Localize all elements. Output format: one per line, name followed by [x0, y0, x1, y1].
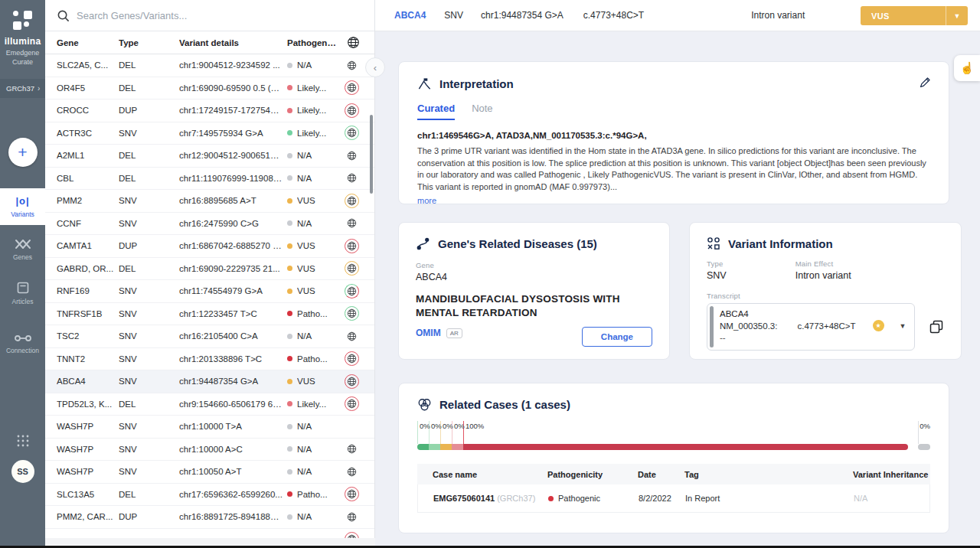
collapse-panel-button[interactable]: ‹ — [365, 57, 385, 77]
globe-icon[interactable] — [345, 126, 359, 140]
table-row[interactable]: ABCA4 SNV chr1:94487354 G>A VUS — [45, 370, 374, 393]
gene-cell: GABRD, OR... — [57, 264, 119, 273]
pathogenicity-dot — [287, 63, 292, 68]
table-row[interactable]: TSC2 SNV chr16:2105400 C>A N/A — [45, 325, 374, 348]
chevron-down-icon[interactable]: ▼ — [900, 322, 906, 330]
case-row[interactable]: EMG675060141 (GRCh37) Pathogenic 8/2/202… — [417, 484, 930, 513]
globe-icon[interactable] — [345, 284, 359, 298]
table-row[interactable]: CAMTA1 DUP chr1:6867042-6885270 1... VUS — [45, 235, 374, 258]
pathogenicity-cell: VUS — [287, 264, 341, 273]
pathogenicity-cell: Patho... — [287, 490, 341, 499]
omim-link[interactable]: OMIM — [416, 328, 441, 338]
table-row[interactable]: PMM2, CAR... DUP chr16:8891725-8941887 .… — [45, 506, 374, 529]
pathogenicity-cell: Likely... — [287, 106, 341, 115]
add-button[interactable]: + — [8, 138, 38, 167]
globe-icon[interactable] — [345, 351, 359, 366]
apps-grid-icon[interactable] — [17, 435, 29, 447]
globe-icon[interactable] — [345, 148, 359, 163]
table-row[interactable]: RNF169 SNV chr11:74554979 G>A VUS — [45, 280, 374, 303]
globe-icon[interactable] — [345, 329, 359, 344]
pathogenicity-dot — [287, 266, 292, 271]
globe-icon[interactable] — [345, 510, 359, 524]
globe-icon[interactable] — [345, 216, 359, 230]
more-link[interactable]: more — [417, 196, 436, 205]
globe-icon[interactable] — [345, 58, 359, 73]
table-row[interactable]: PMM2 SNV chr16:8895685 A>T VUS — [45, 190, 374, 213]
table-row[interactable]: SLC13A5 DEL chr17:6596362-6599260... Pat… — [45, 484, 374, 507]
column-pathogenicity[interactable]: Pathogeni... — [287, 38, 341, 47]
related-cases-title: Related Cases (1 cases) — [439, 398, 570, 411]
table-row[interactable]: CROCC DUP chr1:17249157-17275421 ... Lik… — [45, 99, 374, 122]
variant-details-cell: chr1:201338896 T>C — [179, 354, 287, 364]
table-row[interactable]: TNNT2 SNV chr1:201338896 T>C Patho... — [45, 348, 374, 371]
table-row[interactable]: WASH7P SNV chr1:10050 A>T N/A — [45, 461, 374, 484]
pathogenicity-cell: Likely... — [287, 400, 341, 409]
globe-icon[interactable] — [345, 171, 359, 185]
column-type[interactable]: Type — [119, 38, 179, 47]
column-date: Date — [638, 470, 684, 479]
type-field: Type SNV — [707, 259, 727, 281]
globe-icon[interactable] — [345, 103, 359, 118]
globe-icon[interactable] — [345, 306, 359, 321]
globe-icon[interactable] — [345, 239, 359, 253]
table-row[interactable]: CBL DEL chr11:119076999-1190808... N/A — [45, 168, 374, 191]
topbar-gene-link[interactable]: ABCA4 — [394, 10, 426, 21]
globe-icon[interactable] — [345, 396, 359, 411]
variant-information-card: Variant Information Type SNV Main Effect… — [689, 222, 962, 360]
table-row[interactable]: ACTR3C SNV chr7:149575934 G>A Likely... — [45, 122, 374, 145]
globe-icon[interactable] — [345, 465, 359, 479]
pathogenicity-cell: N/A — [287, 60, 341, 70]
article-icon — [17, 282, 29, 294]
pathogenicity-cell: N/A — [287, 512, 341, 521]
sidebar-item-genes[interactable]: Genes — [0, 231, 45, 268]
side-drawer-tab[interactable]: ☝ — [954, 55, 980, 81]
tab-note[interactable]: Note — [472, 103, 492, 120]
transcript-selector[interactable]: ABCA4 NM_000350.3: c.4773+48C>T ★ ▼ -- — [707, 303, 915, 351]
variant-details-cell: chr1:12233457 T>C — [179, 309, 287, 318]
topbar-cdot: c.4773+48C>T — [583, 10, 644, 21]
table-row[interactable]: WASH7P SNV chr1:10000 T>A N/A — [45, 416, 374, 439]
sidebar-item-variants[interactable]: |o| Variants — [0, 188, 45, 225]
globe-icon[interactable] — [345, 261, 359, 276]
table-row[interactable]: SLC2A5, C... DEL chr1:9004512-9234592 ..… — [45, 54, 374, 77]
sidebar-item-connection[interactable]: Connection — [0, 326, 45, 361]
change-button[interactable]: Change — [582, 327, 652, 347]
gene-cell: SLC13A5 — [57, 490, 119, 499]
type-cell: SNV — [119, 196, 179, 205]
column-gene[interactable]: Gene — [57, 38, 119, 47]
variant-details-cell: chr1:17249157-17275421 ... — [179, 106, 287, 115]
globe-icon[interactable] — [345, 532, 359, 538]
globe-icon[interactable] — [345, 487, 359, 501]
search-input[interactable] — [77, 10, 337, 21]
table-row[interactable] — [45, 529, 374, 539]
table-row[interactable]: GABRD, OR... DEL chr1:69090-2229735 21..… — [45, 258, 374, 281]
tab-curated[interactable]: Curated — [417, 103, 455, 120]
table-row[interactable]: A2ML1 DEL chr12:9004512-9006512 ... N/A — [45, 145, 374, 168]
classification-value: VUS — [861, 6, 946, 25]
globe-icon[interactable] — [345, 442, 359, 456]
table-row[interactable]: CCNF SNV chr16:2475990 C>G N/A — [45, 213, 374, 236]
table-row[interactable]: WASH7P SNV chr1:10000 A>C N/A — [45, 439, 374, 462]
transcript-cdot: c.4773+48C>T — [797, 321, 855, 331]
user-avatar[interactable]: SS — [11, 460, 34, 483]
column-variant-details[interactable]: Variant details — [179, 38, 287, 47]
globe-column-icon[interactable] — [347, 36, 374, 49]
table-row[interactable]: TNFRSF1B SNV chr1:12233457 T>C Patho... — [45, 303, 374, 326]
table-row[interactable]: OR4F5 DEL chr1:69090-69590 0.5 (kb) Like… — [45, 77, 374, 100]
copy-icon[interactable] — [929, 319, 944, 334]
globe-icon[interactable] — [345, 80, 359, 95]
pathogenicity-dot — [287, 289, 292, 294]
pathogenicity-dot — [287, 401, 292, 406]
classification-dropdown[interactable]: VUS ▼ — [861, 6, 968, 25]
globe-icon[interactable] — [345, 194, 359, 208]
edit-pencil-icon[interactable] — [919, 76, 932, 89]
list-scrollbar[interactable] — [370, 115, 373, 194]
globe-icon[interactable] — [345, 374, 359, 389]
sidebar-item-articles[interactable]: Articles — [0, 274, 45, 312]
bar-segment-benign — [417, 444, 429, 450]
variant-info-icon — [707, 236, 720, 250]
chevron-down-icon[interactable]: ▼ — [946, 6, 968, 25]
table-row[interactable]: TPD52L3, K... DEL chr9:154660-6506179 63… — [45, 393, 374, 416]
pathogenicity-cell: VUS — [287, 241, 341, 250]
genome-build-selector[interactable]: GRCh37 › — [0, 79, 45, 98]
